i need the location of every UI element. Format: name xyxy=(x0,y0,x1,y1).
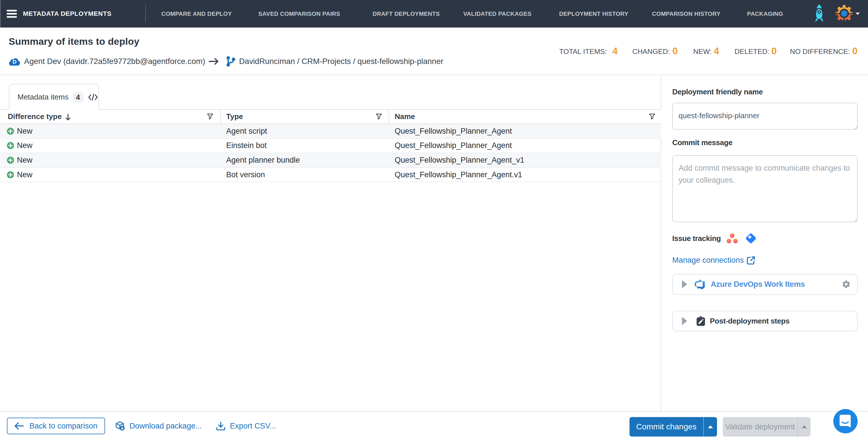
svg-text:D: D xyxy=(12,59,17,65)
